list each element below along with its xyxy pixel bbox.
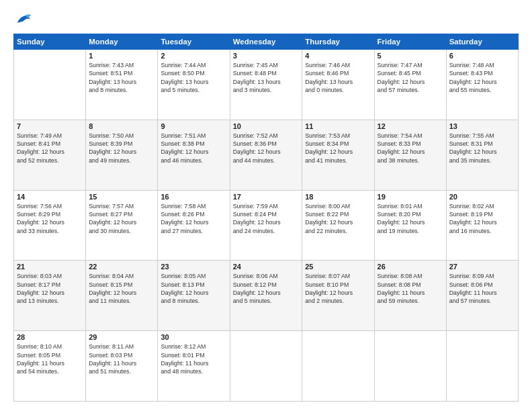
logo-bird-icon [13, 12, 32, 27]
calendar-cell: 5Sunrise: 7:47 AM Sunset: 8:45 PM Daylig… [374, 50, 446, 120]
calendar-cell [446, 331, 518, 402]
day-info: Sunrise: 8:12 AM Sunset: 8:01 PM Dayligh… [161, 342, 226, 375]
day-number: 12 [378, 122, 443, 130]
calendar-cell: 30Sunrise: 8:12 AM Sunset: 8:01 PM Dayli… [158, 331, 230, 402]
day-info: Sunrise: 7:43 AM Sunset: 8:51 PM Dayligh… [89, 61, 154, 94]
day-info: Sunrise: 7:52 AM Sunset: 8:36 PM Dayligh… [233, 132, 300, 165]
calendar-cell: 29Sunrise: 8:11 AM Sunset: 8:03 PM Dayli… [86, 331, 158, 402]
calendar-cell: 4Sunrise: 7:46 AM Sunset: 8:46 PM Daylig… [302, 50, 374, 120]
day-number: 23 [161, 263, 226, 271]
day-info: Sunrise: 7:49 AM Sunset: 8:41 PM Dayligh… [17, 132, 83, 165]
day-info: Sunrise: 7:46 AM Sunset: 8:46 PM Dayligh… [305, 61, 371, 94]
day-info: Sunrise: 7:57 AM Sunset: 8:27 PM Dayligh… [89, 202, 154, 235]
day-info: Sunrise: 8:08 AM Sunset: 8:08 PM Dayligh… [378, 272, 443, 305]
calendar-cell: 24Sunrise: 8:06 AM Sunset: 8:12 PM Dayli… [230, 261, 302, 331]
calendar-cell [14, 50, 86, 120]
day-info: Sunrise: 7:48 AM Sunset: 8:43 PM Dayligh… [449, 61, 515, 94]
calendar-cell: 22Sunrise: 8:04 AM Sunset: 8:15 PM Dayli… [86, 261, 158, 331]
calendar-week-4: 21Sunrise: 8:03 AM Sunset: 8:17 PM Dayli… [14, 261, 519, 331]
calendar-cell: 8Sunrise: 7:50 AM Sunset: 8:39 PM Daylig… [86, 120, 158, 190]
day-number: 24 [233, 263, 300, 271]
calendar-cell: 12Sunrise: 7:54 AM Sunset: 8:33 PM Dayli… [374, 120, 446, 190]
weekday-header-tuesday: Tuesday [158, 34, 230, 50]
day-number: 4 [305, 52, 371, 60]
day-number: 7 [17, 122, 83, 130]
day-number: 29 [89, 333, 154, 341]
day-info: Sunrise: 7:56 AM Sunset: 8:29 PM Dayligh… [17, 202, 83, 235]
day-number: 2 [161, 52, 226, 60]
weekday-header-monday: Monday [86, 34, 158, 50]
calendar-cell [374, 331, 446, 402]
day-info: Sunrise: 8:07 AM Sunset: 8:10 PM Dayligh… [305, 272, 371, 305]
day-number: 10 [233, 122, 300, 130]
day-info: Sunrise: 8:01 AM Sunset: 8:20 PM Dayligh… [378, 202, 443, 235]
day-number: 11 [305, 122, 371, 130]
day-number: 3 [233, 52, 300, 60]
day-number: 14 [17, 193, 83, 201]
calendar-cell: 3Sunrise: 7:45 AM Sunset: 8:48 PM Daylig… [230, 50, 302, 120]
weekday-header-sunday: Sunday [14, 34, 86, 50]
calendar-cell: 27Sunrise: 8:09 AM Sunset: 8:06 PM Dayli… [446, 261, 518, 331]
day-info: Sunrise: 7:44 AM Sunset: 8:50 PM Dayligh… [161, 61, 226, 94]
calendar-cell: 16Sunrise: 7:58 AM Sunset: 8:26 PM Dayli… [158, 190, 230, 261]
day-number: 1 [89, 52, 154, 60]
calendar-week-3: 14Sunrise: 7:56 AM Sunset: 8:29 PM Dayli… [14, 190, 519, 261]
calendar-week-1: 1Sunrise: 7:43 AM Sunset: 8:51 PM Daylig… [14, 50, 519, 120]
calendar-cell: 7Sunrise: 7:49 AM Sunset: 8:41 PM Daylig… [14, 120, 86, 190]
calendar-table: SundayMondayTuesdayWednesdayThursdayFrid… [13, 34, 519, 402]
day-number: 9 [161, 122, 226, 130]
day-info: Sunrise: 8:06 AM Sunset: 8:12 PM Dayligh… [233, 272, 300, 305]
calendar-cell: 2Sunrise: 7:44 AM Sunset: 8:50 PM Daylig… [158, 50, 230, 120]
calendar-cell: 26Sunrise: 8:08 AM Sunset: 8:08 PM Dayli… [374, 261, 446, 331]
calendar-cell: 25Sunrise: 8:07 AM Sunset: 8:10 PM Dayli… [302, 261, 374, 331]
calendar-cell: 15Sunrise: 7:57 AM Sunset: 8:27 PM Dayli… [86, 190, 158, 261]
day-info: Sunrise: 7:59 AM Sunset: 8:24 PM Dayligh… [233, 202, 300, 235]
weekday-header-thursday: Thursday [302, 34, 374, 50]
day-number: 26 [378, 263, 443, 271]
day-info: Sunrise: 8:04 AM Sunset: 8:15 PM Dayligh… [89, 272, 154, 305]
day-number: 5 [378, 52, 443, 60]
calendar-cell: 14Sunrise: 7:56 AM Sunset: 8:29 PM Dayli… [14, 190, 86, 261]
logo [13, 12, 35, 27]
day-info: Sunrise: 8:11 AM Sunset: 8:03 PM Dayligh… [89, 342, 154, 375]
day-number: 28 [17, 333, 83, 341]
day-number: 6 [449, 52, 515, 60]
day-info: Sunrise: 8:10 AM Sunset: 8:05 PM Dayligh… [17, 342, 83, 375]
day-number: 13 [449, 122, 515, 130]
day-number: 16 [161, 193, 226, 201]
day-number: 27 [449, 263, 515, 271]
calendar-cell: 10Sunrise: 7:52 AM Sunset: 8:36 PM Dayli… [230, 120, 302, 190]
calendar-cell: 18Sunrise: 8:00 AM Sunset: 8:22 PM Dayli… [302, 190, 374, 261]
day-number: 20 [449, 193, 515, 201]
calendar-cell: 17Sunrise: 7:59 AM Sunset: 8:24 PM Dayli… [230, 190, 302, 261]
weekday-header-saturday: Saturday [446, 34, 518, 50]
day-info: Sunrise: 7:54 AM Sunset: 8:33 PM Dayligh… [378, 132, 443, 165]
calendar-cell: 21Sunrise: 8:03 AM Sunset: 8:17 PM Dayli… [14, 261, 86, 331]
day-info: Sunrise: 8:00 AM Sunset: 8:22 PM Dayligh… [305, 202, 371, 235]
day-info: Sunrise: 7:51 AM Sunset: 8:38 PM Dayligh… [161, 132, 226, 165]
day-info: Sunrise: 7:50 AM Sunset: 8:39 PM Dayligh… [89, 132, 154, 165]
day-number: 15 [89, 193, 154, 201]
day-info: Sunrise: 7:53 AM Sunset: 8:34 PM Dayligh… [305, 132, 371, 165]
day-info: Sunrise: 8:02 AM Sunset: 8:19 PM Dayligh… [449, 202, 515, 235]
day-info: Sunrise: 7:47 AM Sunset: 8:45 PM Dayligh… [378, 61, 443, 94]
calendar-cell: 28Sunrise: 8:10 AM Sunset: 8:05 PM Dayli… [14, 331, 86, 402]
day-info: Sunrise: 7:58 AM Sunset: 8:26 PM Dayligh… [161, 202, 226, 235]
day-number: 18 [305, 193, 371, 201]
calendar-cell: 6Sunrise: 7:48 AM Sunset: 8:43 PM Daylig… [446, 50, 518, 120]
calendar-cell: 1Sunrise: 7:43 AM Sunset: 8:51 PM Daylig… [86, 50, 158, 120]
weekday-header-row: SundayMondayTuesdayWednesdayThursdayFrid… [14, 34, 519, 50]
day-info: Sunrise: 8:05 AM Sunset: 8:13 PM Dayligh… [161, 272, 226, 305]
calendar-cell [230, 331, 302, 402]
calendar-week-2: 7Sunrise: 7:49 AM Sunset: 8:41 PM Daylig… [14, 120, 519, 190]
day-info: Sunrise: 7:55 AM Sunset: 8:31 PM Dayligh… [449, 132, 515, 165]
calendar-cell: 20Sunrise: 8:02 AM Sunset: 8:19 PM Dayli… [446, 190, 518, 261]
weekday-header-wednesday: Wednesday [230, 34, 302, 50]
day-info: Sunrise: 8:09 AM Sunset: 8:06 PM Dayligh… [449, 272, 515, 305]
day-number: 22 [89, 263, 154, 271]
day-number: 17 [233, 193, 300, 201]
day-number: 30 [161, 333, 226, 341]
page-header [13, 12, 519, 27]
calendar-cell [302, 331, 374, 402]
calendar-week-5: 28Sunrise: 8:10 AM Sunset: 8:05 PM Dayli… [14, 331, 519, 402]
